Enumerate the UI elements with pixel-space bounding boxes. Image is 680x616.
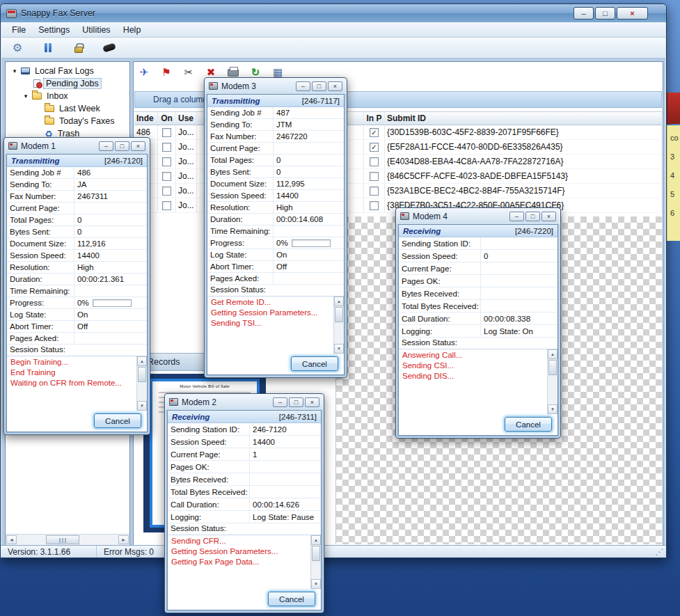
field-row: Time Remaining: [7,285,147,297]
scroll-thumb[interactable] [312,546,320,561]
minimize-button[interactable]: – [99,141,113,151]
tree-row[interactable]: ▾ Inbox [6,90,129,102]
close-button[interactable]: × [617,7,648,19]
resize-grip[interactable]: ⋰ [655,547,666,557]
tree-item-last-week[interactable]: Last Week [57,104,102,113]
maximize-button[interactable]: □ [525,212,540,221]
menu-item[interactable]: Utilities [76,23,116,37]
modem-window-icon [169,398,178,406]
close-button[interactable]: × [541,212,556,221]
menu-item[interactable]: Help [117,23,148,37]
scroll-down-icon[interactable]: ▼ [137,401,147,411]
scrollbar[interactable]: ▲ ▼ [310,535,321,589]
lock-icon[interactable] [72,42,85,54]
tree-item-todays-faxes[interactable]: Today's Faxes [57,116,117,126]
dialog-titlebar[interactable]: Modem 1 – □ × [6,138,148,154]
phone-icon[interactable] [103,42,116,54]
minimize-button[interactable]: – [509,212,524,221]
horizontal-scrollbar[interactable]: ◄ ► [6,534,129,545]
pause-icon[interactable] [42,42,54,54]
field-value [481,237,558,249]
in-progress-checkbox[interactable]: ✓ [370,128,379,137]
on-checkbox[interactable] [162,201,171,210]
field-label: Pages Acked: [7,333,74,344]
header-submit-id[interactable]: Submit ID [385,112,662,125]
header-on[interactable]: On [158,112,176,125]
minimize-button[interactable]: – [574,7,594,19]
in-progress-checkbox[interactable] [370,172,379,181]
cut-icon[interactable]: ✂ [182,66,195,79]
tree-row[interactable]: Last Week [6,102,129,115]
field-value: On [74,309,147,320]
minimize-button[interactable]: – [296,81,310,91]
expand-icon[interactable]: ▾ [22,93,29,100]
header-in-p[interactable]: In P [364,112,385,125]
scrollbar[interactable]: ▲ ▼ [547,349,558,414]
field-value [250,461,321,473]
scroll-up-icon[interactable]: ▲ [311,535,321,545]
scroll-thumb[interactable] [335,307,343,322]
menu-item[interactable]: File [6,23,32,37]
in-progress-checkbox[interactable] [370,201,379,210]
on-checkbox[interactable] [162,187,171,196]
print-icon[interactable] [227,69,239,77]
maximize-button[interactable]: □ [595,7,615,19]
scroll-up-icon[interactable]: ▲ [548,349,558,359]
cancel-button[interactable]: Cancel [291,356,338,371]
close-button[interactable]: × [328,81,342,91]
progress-value: 0% [276,239,288,247]
dialog-titlebar[interactable]: Modem 3 – □ × [207,78,345,94]
tree-row[interactable]: Today's Faxes [6,115,129,127]
field-row: Call Duration: 00:00:14.626 [168,498,321,511]
dialog-titlebar[interactable]: Modem 4 – □ × [398,208,558,224]
in-progress-checkbox[interactable] [370,157,379,166]
on-checkbox[interactable] [162,128,171,137]
on-checkbox[interactable] [162,172,171,181]
scrollbar[interactable]: ▲ ▼ [136,356,147,411]
scroll-thumb[interactable] [46,535,79,544]
header-user[interactable]: Use [176,112,197,125]
minimize-button[interactable]: – [273,397,287,407]
maximize-button[interactable]: □ [312,81,326,91]
tree-item-inbox[interactable]: Inbox [45,91,70,101]
send-fax-icon[interactable]: ✈ [138,66,150,79]
maximize-button[interactable]: □ [289,397,303,407]
scroll-down-icon[interactable]: ▼ [548,404,558,414]
scroll-up-icon[interactable]: ▲ [334,297,344,306]
field-row: Log State: On [7,309,147,321]
on-checkbox[interactable] [162,143,171,152]
cancel-button[interactable]: Cancel [505,417,552,432]
tree-row[interactable]: Pending Jobs [6,77,129,90]
dialog-titlebar[interactable]: Modem 2 – □ × [167,394,322,410]
on-checkbox[interactable] [162,157,171,166]
titlebar[interactable]: Snappy Fax Server – □ × [1,4,666,22]
scroll-down-icon[interactable]: ▼ [334,344,344,354]
scrollbar[interactable]: ▲ ▼ [333,297,344,354]
tree-item-pending-jobs[interactable]: Pending Jobs [43,78,102,89]
expand-icon[interactable]: ▾ [11,68,18,74]
cancel-button[interactable]: Cancel [94,413,141,428]
tree-row[interactable]: ▾ Local Fax Logs [6,65,129,77]
menu-item[interactable]: Settings [32,23,76,37]
header-index[interactable]: Inde [134,112,158,125]
field-value: 14400 [250,436,321,448]
scroll-thumb[interactable] [138,367,146,382]
close-button[interactable]: × [305,397,319,407]
maximize-button[interactable]: □ [115,141,129,151]
field-label: Session Speed: [399,250,481,262]
in-progress-checkbox[interactable] [370,187,379,196]
settings-gear-icon[interactable]: ⚙ [11,42,24,54]
cancel-button[interactable]: Cancel [268,592,315,606]
scroll-right-icon[interactable]: ► [118,535,129,544]
field-label: Session Speed: [168,436,250,448]
field-label: Sending To: [207,119,274,130]
tree-item-local-fax-logs[interactable]: Local Fax Logs [33,66,96,76]
scroll-down-icon[interactable]: ▼ [311,579,321,589]
in-progress-checkbox[interactable]: ✓ [370,143,379,152]
scroll-thumb[interactable] [548,360,557,375]
modem-window-icon [209,82,218,90]
scroll-up-icon[interactable]: ▲ [137,356,147,366]
flag-icon[interactable]: ⚑ [160,66,173,79]
close-button[interactable]: × [131,141,145,151]
scroll-left-icon[interactable]: ◄ [6,535,17,544]
